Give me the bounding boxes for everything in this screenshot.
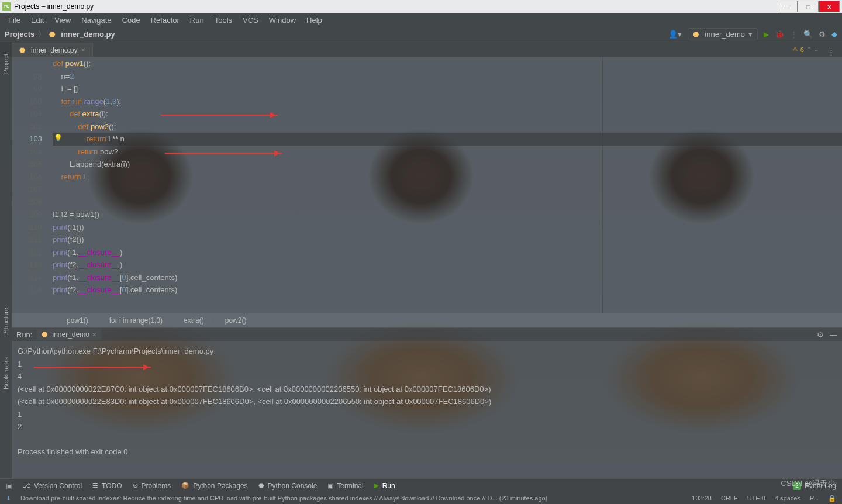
intention-bulb-icon[interactable]: 💡 <box>54 134 63 142</box>
debug-button[interactable]: 🐞 <box>775 30 784 39</box>
run-tab[interactable]: ⬣ inner_demo ✕ <box>37 329 101 340</box>
breadcrumb-file[interactable]: inner_demo.py <box>61 30 115 39</box>
python-icon: ⬣ <box>693 30 701 39</box>
user-icon[interactable]: 👤▾ <box>668 30 682 39</box>
annotation-arrow-2 <box>165 153 282 154</box>
tool-structure[interactable]: Structure <box>2 308 9 334</box>
menu-tools[interactable]: Tools <box>210 15 237 26</box>
python-icon: ⬣ <box>42 330 50 339</box>
menu-file[interactable]: File <box>4 15 25 26</box>
warning-icon: ⚠ <box>792 46 798 53</box>
menu-window[interactable]: Window <box>264 15 301 26</box>
menubar: File Edit View Navigate Code Refactor Ru… <box>0 13 842 27</box>
menu-navigate[interactable]: Navigate <box>77 15 116 26</box>
run-tab-close[interactable]: ✕ <box>92 332 96 338</box>
download-icon[interactable]: ⬇ <box>6 495 11 502</box>
settings-icon[interactable]: ⚙ <box>819 30 826 39</box>
ide-icon[interactable]: ◆ <box>831 30 837 39</box>
tab-inner-demo[interactable]: ⬣ inner_demo.py ✕ <box>12 43 93 57</box>
tool-bookmarks[interactable]: Bookmarks <box>2 357 9 389</box>
run-header: Run: ⬣ inner_demo ✕ ⚙ — <box>12 327 842 341</box>
tool-python-packages[interactable]: 📦Python Packages <box>181 482 247 490</box>
run-button[interactable]: ▶ <box>764 30 769 39</box>
menu-run[interactable]: Run <box>185 15 209 26</box>
crumb-for[interactable]: for i in range(1,3) <box>103 315 168 326</box>
tool-problems[interactable]: ⊘Problems <box>133 482 171 490</box>
menu-view[interactable]: View <box>50 15 75 26</box>
tool-python-console[interactable]: ⬣Python Console <box>258 482 318 490</box>
status-eol[interactable]: CRLF <box>721 495 738 502</box>
gutter: 98 99 100 101 102 103 104 105 106 107 10… <box>12 57 53 313</box>
crumb-pow1[interactable]: pow1() <box>61 315 94 326</box>
bottom-tool-tabs: ▣ ⎇Version Control ☰TODO ⊘Problems 📦Pyth… <box>0 478 842 492</box>
run-tab-label: inner_demo <box>52 330 89 339</box>
status-indent[interactable]: 4 spaces <box>775 495 800 502</box>
tool-version-control[interactable]: ⎇Version Control <box>23 482 82 490</box>
editor-tabs: ⬣ inner_demo.py ✕ ⚠ 6 ⌃ ⌄ ⋮ <box>0 42 842 57</box>
breadcrumb-root[interactable]: Projects <box>5 30 34 39</box>
statusbar: ⬇ Download pre-built shared indexes: Red… <box>0 492 842 504</box>
maximize-button[interactable]: □ <box>798 1 819 12</box>
run-settings-icon[interactable]: ⚙ <box>817 330 824 339</box>
toolbar: Projects 〉 ⬣ inner_demo.py 👤▾ ⬣ inner_de… <box>0 27 842 42</box>
menu-code[interactable]: Code <box>118 15 145 26</box>
run-panel: Run: ⬣ inner_demo ✕ ⚙ — G:\Python\python… <box>12 327 842 478</box>
window-icon[interactable]: ▣ <box>6 482 12 490</box>
watermark: CSDN @冯天少 <box>781 478 835 489</box>
console-output[interactable]: G:\Python\python.exe F:\Pycharm\Projects… <box>12 341 842 462</box>
tool-todo[interactable]: ☰TODO <box>92 482 122 490</box>
status-encoding[interactable]: UTF-8 <box>747 495 765 502</box>
window-title: Projects – inner_demo.py <box>14 2 94 11</box>
crumb-extra[interactable]: extra() <box>178 315 210 326</box>
status-position[interactable]: 103:28 <box>692 495 712 502</box>
tool-terminal[interactable]: ▣Terminal <box>327 482 363 490</box>
status-message[interactable]: Download pre-built shared indexes: Reduc… <box>20 495 547 502</box>
warnings-badge[interactable]: ⚠ 6 ⌃ ⌄ <box>792 46 819 53</box>
menu-vcs[interactable]: VCS <box>238 15 263 26</box>
tool-project[interactable]: Project <box>2 54 9 74</box>
menu-refactor[interactable]: Refactor <box>146 15 184 26</box>
more-actions-icon[interactable]: ⋮ <box>827 48 835 57</box>
close-button[interactable]: ✕ <box>819 1 840 12</box>
python-file-icon: ⬣ <box>49 30 57 39</box>
crumb-pow2[interactable]: pow2() <box>219 315 253 326</box>
tab-close-icon[interactable]: ✕ <box>81 47 85 53</box>
app-icon: PC <box>2 2 11 11</box>
run-hide-icon[interactable]: — <box>830 330 837 339</box>
python-file-icon: ⬣ <box>19 46 27 54</box>
status-interpreter[interactable]: P... <box>810 495 819 502</box>
run-config-selector[interactable]: ⬣ inner_demo ▾ <box>688 28 758 40</box>
titlebar: PC Projects – inner_demo.py — □ ✕ <box>0 0 842 13</box>
run-title: Run: <box>16 330 32 339</box>
search-icon[interactable]: 🔍 <box>803 30 813 39</box>
breadcrumb: Projects 〉 ⬣ inner_demo.py <box>5 29 115 40</box>
tab-label: inner_demo.py <box>31 46 77 54</box>
editor-breadcrumb: pow1()〉 for i in range(1,3)〉 extra()〉 po… <box>12 313 842 327</box>
code-editor[interactable]: 98 99 100 101 102 103 104 105 106 107 10… <box>12 57 842 313</box>
minimize-button[interactable]: — <box>777 1 798 12</box>
code-area[interactable]: def pow1(): n=2 L = [] for i in range(1,… <box>53 57 842 313</box>
annotation-arrow-1 <box>161 115 278 116</box>
lock-icon[interactable]: 🔒 <box>828 495 836 502</box>
annotation-arrow-3 <box>34 367 151 368</box>
tool-run[interactable]: ▶Run <box>374 482 395 490</box>
menu-edit[interactable]: Edit <box>26 15 49 26</box>
left-tool-strip: Project Structure Bookmarks <box>0 42 12 478</box>
run-config-label: inner_demo <box>705 30 745 39</box>
menu-help[interactable]: Help <box>302 15 327 26</box>
